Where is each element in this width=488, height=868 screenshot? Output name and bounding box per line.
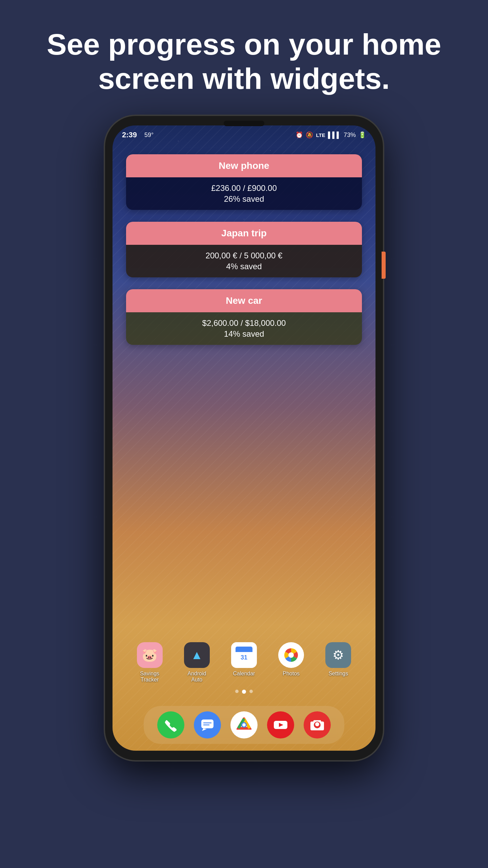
page-dot-active: [242, 690, 246, 694]
app-photos[interactable]: Photos: [278, 642, 304, 683]
mute-icon: 🔕: [306, 131, 313, 139]
widget-new-car[interactable]: New car $2,600.00 / $18,000.00 14% saved: [126, 289, 362, 345]
android-auto-icon: ▲: [184, 642, 210, 668]
status-time: 2:39: [122, 131, 137, 139]
savings-tracker-label: SavingsTracker: [140, 671, 159, 683]
dock-camera[interactable]: [304, 711, 331, 738]
widget-japan-trip-title: Japan trip: [221, 228, 267, 238]
photos-label: Photos: [283, 671, 300, 677]
app-calendar[interactable]: 31 Calendar: [231, 642, 257, 683]
svg-rect-2: [236, 650, 252, 652]
widget-new-phone-amount: £236.00 / £900.00: [136, 183, 352, 193]
savings-tracker-icon: 🐷: [137, 642, 163, 668]
widget-new-phone[interactable]: New phone £236.00 / £900.00 26% saved: [126, 154, 362, 210]
widget-japan-trip-title-bar: Japan trip: [126, 222, 362, 245]
widget-new-car-title: New car: [226, 295, 262, 306]
dock-youtube[interactable]: [267, 711, 294, 738]
widget-new-car-title-bar: New car: [126, 289, 362, 312]
dock-chrome[interactable]: [230, 711, 258, 738]
svg-rect-5: [201, 719, 214, 728]
page-dots: [235, 690, 253, 694]
power-button: [382, 252, 386, 279]
app-savings-tracker[interactable]: 🐷 SavingsTracker: [137, 642, 163, 683]
svg-point-11: [242, 723, 246, 727]
bottom-dock: [144, 706, 344, 744]
settings-label: Settings: [328, 671, 348, 677]
phone-speaker: [224, 121, 264, 126]
widget-new-car-percent: 14% saved: [136, 329, 352, 339]
widget-new-car-amount: $2,600.00 / $18,000.00: [136, 318, 352, 328]
calendar-icon: 31: [231, 642, 257, 668]
app-settings[interactable]: ⚙ Settings: [325, 642, 351, 683]
phone-screen: 2:39 59° ⏰ 🔕 LTE ▌▌▌ 73% 🔋 New phone: [113, 125, 375, 751]
widget-new-phone-percent: 26% saved: [136, 194, 352, 204]
lte-icon: LTE: [316, 132, 325, 138]
dock-phone[interactable]: [157, 711, 184, 738]
phone-shell: 2:39 59° ⏰ 🔕 LTE ▌▌▌ 73% 🔋 New phone: [105, 116, 383, 760]
status-icons: ⏰ 🔕 LTE ▌▌▌ 73% 🔋: [296, 131, 366, 139]
battery-text: 73%: [344, 132, 356, 139]
page-dot-3: [249, 690, 253, 693]
status-bar: 2:39 59° ⏰ 🔕 LTE ▌▌▌ 73% 🔋: [113, 125, 375, 144]
settings-icon: ⚙: [325, 642, 351, 668]
svg-point-4: [288, 652, 294, 658]
page-dot-1: [235, 690, 239, 693]
widget-japan-trip[interactable]: Japan trip 200,00 € / 5 000,00 € 4% save…: [126, 222, 362, 277]
status-temp: 59°: [144, 132, 154, 139]
svg-text:31: 31: [241, 654, 247, 661]
dock-messages[interactable]: [194, 711, 221, 738]
battery-icon: 🔋: [359, 131, 366, 139]
widget-japan-trip-body: 200,00 € / 5 000,00 € 4% saved: [126, 245, 362, 277]
widget-japan-trip-amount: 200,00 € / 5 000,00 €: [136, 251, 352, 260]
widget-new-phone-title-bar: New phone: [126, 154, 362, 177]
widget-japan-trip-percent: 4% saved: [136, 262, 352, 271]
alarm-icon: ⏰: [296, 131, 303, 139]
signal-icon: ▌▌▌: [328, 132, 341, 139]
calendar-label: Calendar: [233, 671, 255, 677]
page-headline: See progress on your home screen with wi…: [0, 0, 488, 116]
widget-new-phone-body: £236.00 / £900.00 26% saved: [126, 177, 362, 210]
app-android-auto[interactable]: ▲ AndroidAuto: [184, 642, 210, 683]
apps-row: 🐷 SavingsTracker ▲ AndroidAuto 31: [113, 642, 375, 683]
widget-new-phone-title: New phone: [219, 160, 269, 171]
widget-new-car-body: $2,600.00 / $18,000.00 14% saved: [126, 312, 362, 345]
android-auto-label: AndroidAuto: [187, 671, 206, 683]
widgets-area: New phone £236.00 / £900.00 26% saved Ja…: [113, 147, 375, 363]
phone-mockup: 2:39 59° ⏰ 🔕 LTE ▌▌▌ 73% 🔋 New phone: [105, 116, 383, 760]
photos-icon: [278, 642, 304, 668]
